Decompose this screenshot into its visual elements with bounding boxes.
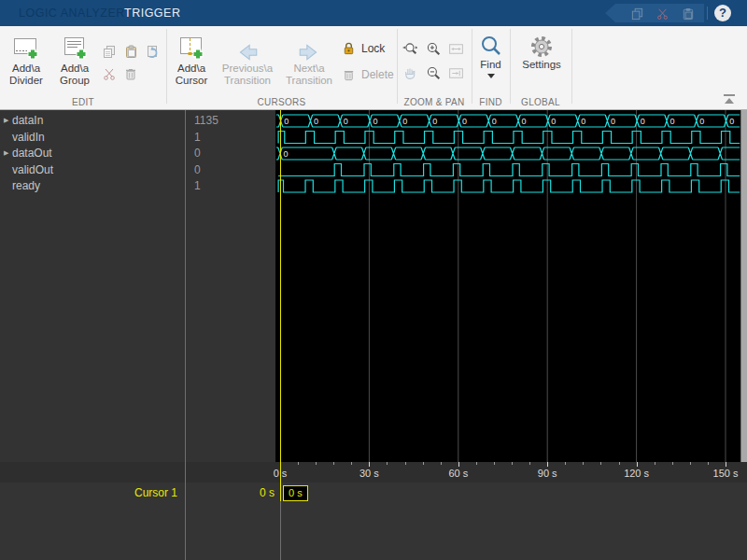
signal-row-dataOut[interactable]: ▶dataOut <box>0 145 185 161</box>
signal-name: validIn <box>12 129 45 146</box>
tab-trigger[interactable]: TRIGGER <box>124 0 180 26</box>
vertical-scrollbar[interactable] <box>740 110 747 462</box>
axis-tick-minor <box>351 462 352 465</box>
cursor-value-box: 0 s <box>283 485 308 501</box>
section-separator <box>397 29 398 104</box>
add-cursor-icon <box>169 31 214 63</box>
add-divider-button[interactable]: Add\a Divider <box>3 31 49 87</box>
signal-row-ready[interactable]: ready <box>0 177 185 194</box>
waveform-plot[interactable]: 00000000000000000 <box>275 110 740 462</box>
axis-tick-major <box>458 462 459 467</box>
add-divider-icon <box>3 31 49 63</box>
section-separator <box>510 29 511 104</box>
axis-tick-minor <box>565 462 566 465</box>
pan-icon[interactable] <box>402 65 418 81</box>
svg-text:0: 0 <box>699 117 704 126</box>
axis-tick-minor <box>423 462 424 465</box>
gear-icon <box>513 33 571 59</box>
axis-tick-minor <box>441 462 442 465</box>
axis-tick-minor <box>708 462 709 465</box>
settings-button[interactable]: Settings <box>513 33 571 71</box>
fit-to-view-icon[interactable] <box>448 41 464 57</box>
svg-text:0: 0 <box>462 117 467 126</box>
axis-tick-label: 150 s <box>705 468 746 479</box>
axis-tick-label: 120 s <box>616 468 657 479</box>
section-label-global: GLOBAL <box>510 97 571 107</box>
copy-icon[interactable] <box>101 43 117 59</box>
svg-text:0: 0 <box>432 117 437 126</box>
copy-icon[interactable] <box>630 7 644 21</box>
zoom-in-x-icon[interactable] <box>402 41 418 57</box>
find-icon <box>472 33 509 59</box>
find-button[interactable]: Find <box>472 33 509 78</box>
signal-names: ▶dataInvalidIn▶dataOutvalidOutready <box>0 110 185 462</box>
axis-tick-minor <box>583 462 584 465</box>
section-separator <box>571 29 572 104</box>
axis-tick-minor <box>405 462 406 465</box>
axis-tick-minor <box>494 462 495 465</box>
signal-value: 0 <box>194 145 201 161</box>
axis-tick-major <box>726 462 726 467</box>
svg-text:0: 0 <box>402 117 407 126</box>
signal-values: 11351001 <box>186 110 275 462</box>
zoom-in-icon[interactable] <box>426 41 442 57</box>
help-button[interactable]: ? <box>714 5 731 21</box>
expand-icon[interactable]: ▶ <box>4 145 8 161</box>
delete-icon[interactable] <box>122 65 138 81</box>
signal-value: 1135 <box>194 112 218 129</box>
svg-text:0: 0 <box>314 117 318 126</box>
cursor-line[interactable] <box>280 110 281 501</box>
paste-icon[interactable] <box>681 7 695 21</box>
cut-icon[interactable] <box>655 7 669 21</box>
lock-icon <box>342 41 356 56</box>
signal-row-dataIn[interactable]: ▶dataIn <box>0 112 185 129</box>
signal-value: 1 <box>194 177 201 194</box>
next-transition-button[interactable]: Next\a Transition <box>280 31 338 87</box>
add-cursor-button[interactable]: Add\a Cursor <box>169 31 214 87</box>
lock-button[interactable]: Lock <box>342 41 385 56</box>
paste-icon[interactable] <box>122 43 138 59</box>
signal-row-validIn[interactable]: validIn <box>0 129 185 146</box>
add-group-button[interactable]: Add\a Group <box>51 31 98 87</box>
previous-transition-button[interactable]: Previous\a Transition <box>218 31 277 87</box>
svg-text:0: 0 <box>611 117 615 126</box>
axis-tick-label: 30 s <box>348 468 389 479</box>
zoom-out-icon[interactable] <box>426 65 442 81</box>
svg-text:0: 0 <box>284 117 289 126</box>
svg-text:0: 0 <box>492 117 497 126</box>
pan-to-edge-icon[interactable] <box>448 65 464 81</box>
delete-cursor-button[interactable]: Delete <box>342 67 394 82</box>
section-separator <box>166 29 167 104</box>
section-label-zoom-pan: ZOOM & PAN <box>397 97 472 107</box>
ribbon-toolbar: Add\a Divider Add\a Group EDIT Add\a Cur… <box>0 26 747 110</box>
svg-text:0: 0 <box>551 117 556 126</box>
arrow-right-icon <box>280 31 338 63</box>
name-value-divider[interactable] <box>185 110 186 560</box>
trash-icon <box>342 67 356 82</box>
cursor-label: Cursor 1 <box>93 486 177 499</box>
time-axis: 0 s30 s60 s90 s120 s150 s <box>0 462 747 483</box>
signal-row-validOut[interactable]: validOut <box>0 161 185 178</box>
axis-tick-minor <box>672 462 673 465</box>
chevron-down-icon <box>487 74 495 78</box>
axis-tick-minor <box>333 462 334 465</box>
axis-tick-minor <box>690 462 691 465</box>
cursor-column-divider <box>280 501 281 560</box>
cursor-panel: Cursor 1 0 s 0 s <box>0 483 747 560</box>
tab-logic-analyzer[interactable]: LOGIC ANALYZER <box>19 0 125 26</box>
axis-tick-minor <box>512 462 513 465</box>
axis-tick-minor <box>298 462 299 465</box>
collapse-ribbon-button[interactable] <box>721 93 740 106</box>
titlebar: LOGIC ANALYZER TRIGGER ? <box>0 0 747 26</box>
axis-tick-major <box>637 462 638 467</box>
axis-tick-minor <box>476 462 477 465</box>
axis-tick-minor <box>316 462 317 465</box>
svg-text:0: 0 <box>344 117 348 126</box>
arrow-left-icon <box>218 31 277 63</box>
quick-access-banner <box>605 4 704 22</box>
section-label-edit: EDIT <box>0 97 166 107</box>
cut-icon[interactable] <box>101 65 117 81</box>
paste-special-icon[interactable] <box>144 43 160 59</box>
cursor-time: 0 s <box>211 486 275 499</box>
expand-icon[interactable]: ▶ <box>4 112 8 129</box>
